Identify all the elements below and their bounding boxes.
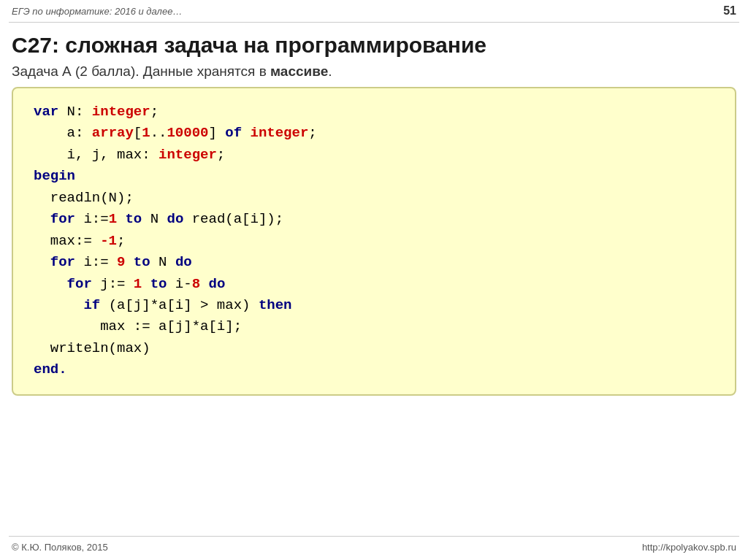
code-line-6: for i:=1 to N do read(a[i]);: [34, 209, 714, 230]
footer-right: http://kpolyakov.spb.ru: [642, 542, 736, 553]
code-line-3: i, j, max: integer;: [34, 145, 714, 166]
code-block: var N: integer; a: array[1..10000] of in…: [12, 87, 736, 396]
code-line-2: a: array[1..10000] of integer;: [34, 123, 714, 144]
page-number: 51: [723, 4, 736, 18]
code-line-5: readln(N);: [34, 188, 714, 209]
footer: © К.Ю. Поляков, 2015 http://kpolyakov.sp…: [0, 542, 748, 553]
code-line-12: writeln(max): [34, 338, 714, 359]
code-line-11: max := a[j]*a[i];: [34, 316, 714, 337]
footer-divider: [9, 536, 739, 537]
code-line-7: max:= -1;: [34, 231, 714, 252]
top-bar-left: ЕГЭ по информатике: 2016 и далее…: [12, 6, 182, 17]
page-container: ЕГЭ по информатике: 2016 и далее… 51 С27…: [0, 0, 748, 560]
subtitle-prefix: Задача А (2 балла). Данные хранятся в: [12, 64, 270, 79]
code-line-1: var N: integer;: [34, 101, 714, 123]
code-line-9: for j:= 1 to i-8 do: [34, 274, 714, 295]
code-line-8: for i:= 9 to N do: [34, 252, 714, 273]
footer-left: © К.Ю. Поляков, 2015: [12, 542, 108, 553]
code-line-13: end.: [34, 359, 714, 380]
subtitle-suffix: .: [328, 64, 332, 79]
top-bar: ЕГЭ по информатике: 2016 и далее… 51: [0, 0, 748, 22]
slide-subtitle: Задача А (2 балла). Данные хранятся в ма…: [0, 64, 748, 87]
subtitle-bold: массиве: [270, 64, 328, 79]
slide-title: С27: сложная задача на программирование: [0, 23, 748, 64]
code-line-10: if (a[j]*a[i] > max) then: [34, 295, 714, 316]
code-line-4: begin: [34, 166, 714, 187]
